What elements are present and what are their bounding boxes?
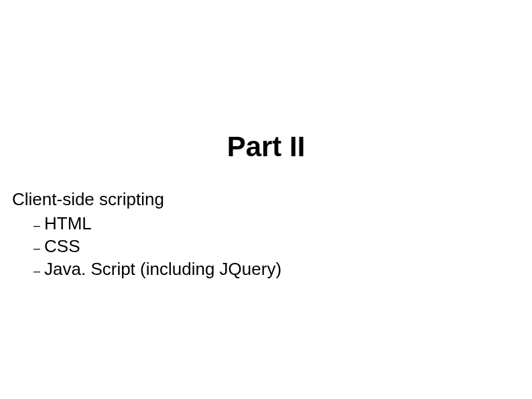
list-item: – CSS (34, 235, 281, 258)
list-item: – HTML (34, 213, 281, 235)
list-item: – Java. Script (including JQuery) (34, 258, 281, 281)
section-heading: Client-side scripting (12, 189, 281, 210)
slide-title: Part II (0, 131, 532, 163)
bullet-dash: – (34, 218, 40, 233)
bullet-dash: – (34, 264, 40, 279)
slide-content: Client-side scripting – HTML – CSS – Jav… (12, 189, 281, 280)
list-item-label: HTML (44, 213, 92, 235)
list-item-label: Java. Script (including JQuery) (44, 258, 281, 281)
list-item-label: CSS (44, 235, 80, 258)
bullet-dash: – (34, 241, 40, 256)
